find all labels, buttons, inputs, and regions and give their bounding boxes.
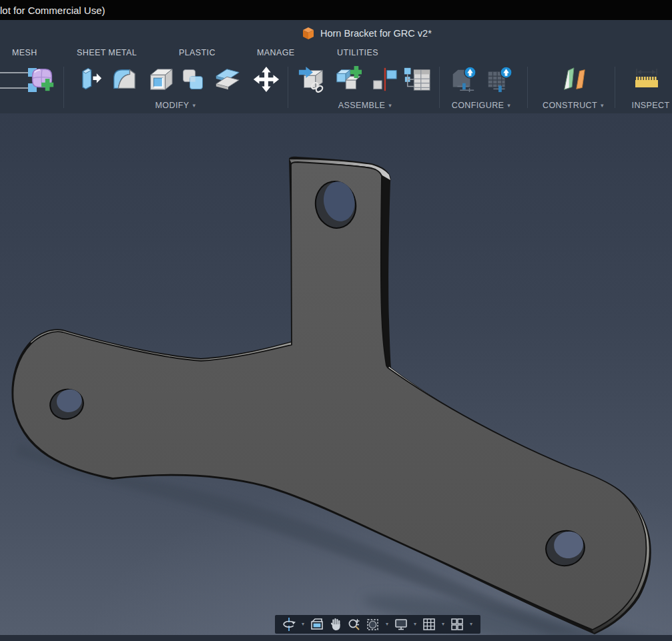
- fillet-button[interactable]: [108, 64, 139, 95]
- shell-icon: [145, 65, 174, 93]
- window-zoom-icon: [366, 617, 380, 632]
- press-pull-icon: [75, 66, 102, 93]
- chevron-down-icon: ▾: [507, 103, 511, 109]
- insert-derive-button[interactable]: [296, 64, 327, 95]
- grid-icon: [422, 617, 436, 632]
- new-component-button[interactable]: [332, 64, 363, 95]
- modify-group-label[interactable]: MODIFY ▾: [122, 100, 229, 111]
- configure-group-label[interactable]: CONFIGURE ▾: [428, 100, 535, 111]
- document-tab[interactable]: Horn Bracket for GRC v2*: [302, 25, 432, 41]
- joint-button[interactable]: [368, 64, 399, 95]
- orbit-menu-button[interactable]: ▾: [299, 622, 307, 627]
- inspect-group-label[interactable]: INSPECT ▾: [601, 100, 672, 111]
- grid-settings-button[interactable]: [420, 616, 438, 632]
- window-zoom-menu-button[interactable]: ▾: [383, 622, 391, 627]
- navigation-toolbar: ▾: [275, 615, 480, 634]
- viewport-canvas[interactable]: [0, 113, 672, 635]
- combine-button[interactable]: [178, 64, 208, 95]
- ribbon: Horn Bracket for GRC v2* MESH SHEET META…: [0, 20, 672, 114]
- window-title: lot for Commercial Use): [0, 5, 105, 16]
- document-cube-icon: [302, 27, 315, 40]
- window-title-bar: lot for Commercial Use): [0, 0, 672, 20]
- document-title: Horn Bracket for GRC v2*: [320, 28, 432, 39]
- bom-list-icon: [403, 65, 431, 93]
- fillet-icon: [109, 65, 137, 93]
- create-form-icon: [28, 65, 56, 93]
- display-settings-menu-button[interactable]: ▾: [411, 622, 419, 627]
- new-component-icon: [334, 65, 362, 93]
- chevron-down-icon: ▾: [193, 103, 196, 109]
- configure-design-button[interactable]: [447, 64, 478, 95]
- configuration-table-button[interactable]: [483, 64, 514, 95]
- chevron-down-icon: ▾: [388, 103, 392, 109]
- create-form-button[interactable]: [27, 64, 57, 95]
- zoom-button[interactable]: [346, 616, 363, 632]
- viewports-button[interactable]: [448, 616, 466, 632]
- group-divider: [63, 67, 64, 108]
- move-icon: [252, 65, 280, 93]
- joint-icon: [370, 65, 398, 93]
- tab-plastic[interactable]: PLASTIC: [179, 48, 216, 60]
- grid-settings-menu-button[interactable]: ▾: [439, 622, 447, 627]
- split-body-icon: [214, 65, 242, 93]
- group-divider: [288, 67, 288, 108]
- bill-of-materials-button[interactable]: [402, 64, 432, 95]
- tab-manage[interactable]: MANAGE: [257, 48, 295, 60]
- pan-hand-icon: [328, 617, 343, 632]
- construction-plane-icon: [559, 65, 587, 93]
- split-body-button[interactable]: [212, 64, 243, 95]
- pan-button[interactable]: [327, 616, 344, 632]
- tab-mesh[interactable]: MESH: [12, 48, 37, 60]
- viewport: [0, 113, 672, 635]
- configuration-table-icon: [484, 65, 513, 93]
- fusion-window: lot for Commercial Use) Horn Bracket for…: [0, 0, 672, 641]
- shell-button[interactable]: [144, 64, 175, 95]
- orbit-button[interactable]: [280, 616, 298, 632]
- orbit-icon: [282, 617, 296, 632]
- tab-utilities[interactable]: UTILITIES: [337, 48, 378, 60]
- display-settings-button[interactable]: [392, 616, 410, 632]
- bottom-edge-strip: [0, 635, 672, 641]
- tab-sheet-metal[interactable]: SHEET METAL: [77, 48, 137, 60]
- window-zoom-button[interactable]: [364, 616, 382, 632]
- insert-derive-icon: [298, 65, 326, 93]
- construction-plane-button[interactable]: [558, 64, 589, 95]
- display-settings-icon: [394, 617, 408, 632]
- look-at-button[interactable]: [308, 616, 326, 632]
- move-copy-button[interactable]: [251, 64, 282, 95]
- configure-design-icon: [448, 65, 476, 93]
- measure-icon: [632, 65, 661, 94]
- press-pull-button[interactable]: [73, 64, 104, 95]
- viewports-icon: [450, 617, 464, 632]
- combine-icon: [180, 66, 206, 93]
- assemble-group-label[interactable]: ASSEMBLE ▾: [312, 100, 418, 111]
- viewports-menu-button[interactable]: ▾: [467, 622, 475, 627]
- zoom-icon: [347, 617, 362, 632]
- look-at-icon: [310, 617, 324, 632]
- measure-button[interactable]: [631, 64, 662, 95]
